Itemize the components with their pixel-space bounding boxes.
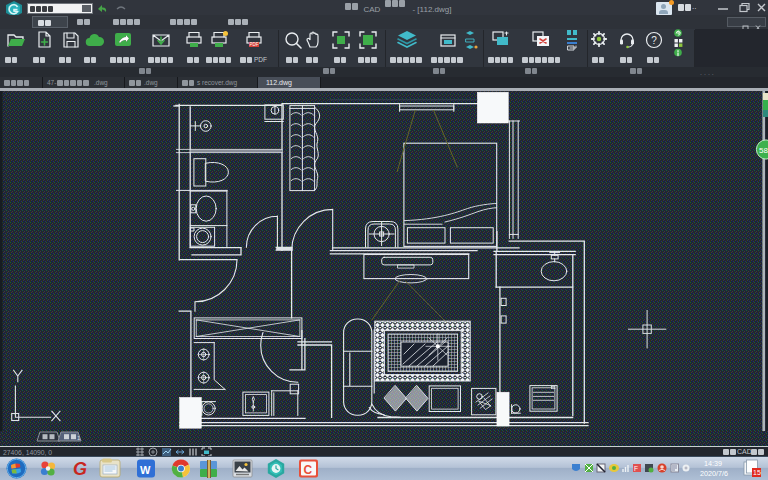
svg-text:W: W: [140, 464, 151, 476]
svg-text:58: 58: [759, 146, 768, 155]
svg-text:PDF: PDF: [250, 42, 259, 47]
svg-text:15: 15: [753, 469, 761, 476]
svg-text:14:39: 14:39: [704, 459, 722, 468]
svg-text:2020/7/6: 2020/7/6: [700, 469, 728, 478]
svg-text:F: F: [634, 465, 638, 472]
svg-text:G: G: [73, 459, 87, 479]
svg-text:?: ?: [651, 35, 657, 46]
svg-text:C: C: [304, 463, 313, 477]
